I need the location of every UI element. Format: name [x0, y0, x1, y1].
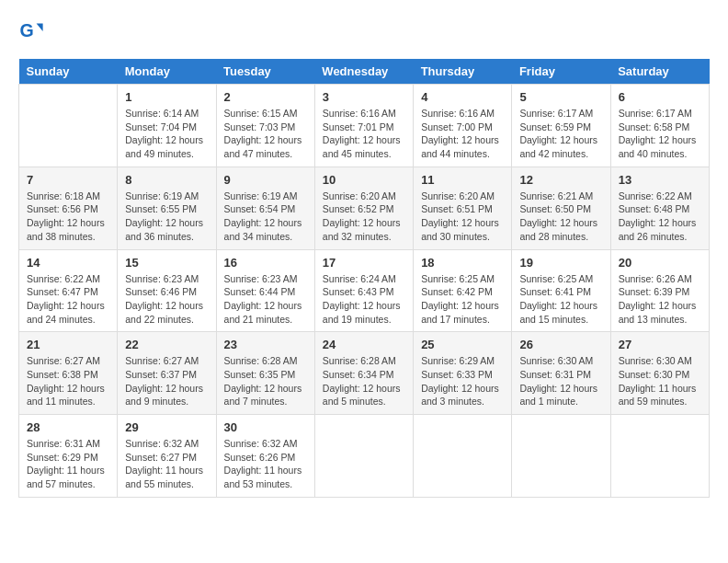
day-number: 28	[27, 420, 109, 434]
day-number: 23	[224, 338, 307, 351]
day-info: Sunrise: 6:19 AM Sunset: 6:54 PM Dayligh…	[224, 190, 307, 244]
day-info: Sunrise: 6:23 AM Sunset: 6:44 PM Dayligh…	[224, 272, 307, 327]
calendar-cell: 27Sunrise: 6:30 AM Sunset: 6:30 PM Dayli…	[610, 332, 709, 415]
svg-marker-1	[37, 24, 43, 31]
day-number: 13	[619, 173, 701, 187]
day-info: Sunrise: 6:22 AM Sunset: 6:47 PM Dayligh…	[27, 272, 109, 327]
day-number: 29	[125, 420, 208, 434]
calendar-week-row: 1Sunrise: 6:14 AM Sunset: 7:04 PM Daylig…	[19, 85, 710, 167]
day-number: 2	[224, 90, 307, 104]
calendar-week-row: 21Sunrise: 6:27 AM Sunset: 6:38 PM Dayli…	[19, 332, 710, 415]
day-number: 24	[323, 338, 405, 351]
calendar-cell: 6Sunrise: 6:17 AM Sunset: 6:58 PM Daylig…	[610, 85, 709, 167]
calendar-cell: 11Sunrise: 6:20 AM Sunset: 6:51 PM Dayli…	[414, 167, 512, 249]
calendar-cell: 1Sunrise: 6:14 AM Sunset: 7:04 PM Daylig…	[118, 85, 216, 167]
day-info: Sunrise: 6:25 AM Sunset: 6:42 PM Dayligh…	[421, 272, 504, 327]
calendar-cell: 17Sunrise: 6:24 AM Sunset: 6:43 PM Dayli…	[314, 249, 413, 332]
day-number: 21	[27, 338, 109, 351]
day-info: Sunrise: 6:27 AM Sunset: 6:37 PM Dayligh…	[125, 354, 208, 408]
calendar-week-row: 7Sunrise: 6:18 AM Sunset: 6:56 PM Daylig…	[19, 167, 710, 249]
day-of-week-header: Friday	[512, 59, 610, 85]
day-of-week-header: Monday	[118, 59, 216, 85]
day-info: Sunrise: 6:30 AM Sunset: 6:30 PM Dayligh…	[619, 354, 701, 408]
calendar-cell: 14Sunrise: 6:22 AM Sunset: 6:47 PM Dayli…	[19, 249, 118, 332]
day-of-week-header: Tuesday	[216, 59, 314, 85]
svg-text:G: G	[19, 20, 33, 40]
day-number: 19	[519, 256, 602, 270]
day-info: Sunrise: 6:23 AM Sunset: 6:46 PM Dayligh…	[125, 272, 208, 327]
calendar-cell	[512, 415, 610, 498]
calendar-cell: 30Sunrise: 6:32 AM Sunset: 6:26 PM Dayli…	[216, 415, 314, 498]
calendar-cell: 29Sunrise: 6:32 AM Sunset: 6:27 PM Dayli…	[118, 415, 216, 498]
day-number: 17	[323, 256, 405, 270]
calendar-cell: 7Sunrise: 6:18 AM Sunset: 6:56 PM Daylig…	[19, 167, 118, 249]
calendar-header-row: SundayMondayTuesdayWednesdayThursdayFrid…	[19, 59, 710, 85]
day-info: Sunrise: 6:20 AM Sunset: 6:51 PM Dayligh…	[421, 190, 504, 244]
day-info: Sunrise: 6:16 AM Sunset: 7:01 PM Dayligh…	[323, 107, 405, 161]
day-info: Sunrise: 6:20 AM Sunset: 6:52 PM Dayligh…	[323, 190, 405, 244]
calendar-cell	[19, 85, 118, 167]
calendar-cell: 28Sunrise: 6:31 AM Sunset: 6:29 PM Dayli…	[19, 415, 118, 498]
day-info: Sunrise: 6:27 AM Sunset: 6:38 PM Dayligh…	[27, 354, 109, 408]
day-number: 5	[519, 90, 602, 104]
day-info: Sunrise: 6:29 AM Sunset: 6:33 PM Dayligh…	[421, 354, 504, 408]
calendar-cell: 21Sunrise: 6:27 AM Sunset: 6:38 PM Dayli…	[19, 332, 118, 415]
day-info: Sunrise: 6:28 AM Sunset: 6:34 PM Dayligh…	[323, 354, 405, 408]
day-number: 3	[323, 90, 405, 104]
calendar-cell: 23Sunrise: 6:28 AM Sunset: 6:35 PM Dayli…	[216, 332, 314, 415]
calendar-cell: 2Sunrise: 6:15 AM Sunset: 7:03 PM Daylig…	[216, 85, 314, 167]
logo-icon: G	[18, 18, 44, 44]
day-info: Sunrise: 6:24 AM Sunset: 6:43 PM Dayligh…	[323, 272, 405, 327]
day-number: 11	[421, 173, 504, 187]
calendar-table: SundayMondayTuesdayWednesdayThursdayFrid…	[18, 59, 710, 498]
day-number: 8	[125, 173, 208, 187]
day-info: Sunrise: 6:19 AM Sunset: 6:55 PM Dayligh…	[125, 190, 208, 244]
day-number: 12	[519, 173, 602, 187]
day-info: Sunrise: 6:18 AM Sunset: 6:56 PM Dayligh…	[27, 190, 109, 244]
calendar-cell: 19Sunrise: 6:25 AM Sunset: 6:41 PM Dayli…	[512, 249, 610, 332]
calendar-cell	[414, 415, 512, 498]
day-info: Sunrise: 6:16 AM Sunset: 7:00 PM Dayligh…	[421, 107, 504, 161]
day-number: 25	[421, 338, 504, 351]
calendar-cell: 4Sunrise: 6:16 AM Sunset: 7:00 PM Daylig…	[414, 85, 512, 167]
day-number: 20	[619, 256, 701, 270]
day-info: Sunrise: 6:31 AM Sunset: 6:29 PM Dayligh…	[27, 437, 109, 491]
calendar-cell: 25Sunrise: 6:29 AM Sunset: 6:33 PM Dayli…	[414, 332, 512, 415]
calendar-cell: 26Sunrise: 6:30 AM Sunset: 6:31 PM Dayli…	[512, 332, 610, 415]
day-number: 1	[125, 90, 208, 104]
day-of-week-header: Sunday	[19, 59, 118, 85]
day-number: 14	[27, 256, 109, 270]
day-number: 9	[224, 173, 307, 187]
day-info: Sunrise: 6:25 AM Sunset: 6:41 PM Dayligh…	[519, 272, 602, 327]
calendar-cell: 3Sunrise: 6:16 AM Sunset: 7:01 PM Daylig…	[314, 85, 413, 167]
day-number: 16	[224, 256, 307, 270]
day-info: Sunrise: 6:32 AM Sunset: 6:26 PM Dayligh…	[224, 437, 307, 491]
day-number: 6	[619, 90, 701, 104]
calendar-cell: 22Sunrise: 6:27 AM Sunset: 6:37 PM Dayli…	[118, 332, 216, 415]
logo: G	[18, 18, 48, 44]
day-info: Sunrise: 6:14 AM Sunset: 7:04 PM Dayligh…	[125, 107, 208, 161]
day-info: Sunrise: 6:17 AM Sunset: 6:59 PM Dayligh…	[519, 107, 602, 161]
calendar-cell: 16Sunrise: 6:23 AM Sunset: 6:44 PM Dayli…	[216, 249, 314, 332]
calendar-cell: 9Sunrise: 6:19 AM Sunset: 6:54 PM Daylig…	[216, 167, 314, 249]
calendar-cell: 5Sunrise: 6:17 AM Sunset: 6:59 PM Daylig…	[512, 85, 610, 167]
day-info: Sunrise: 6:30 AM Sunset: 6:31 PM Dayligh…	[519, 354, 602, 408]
day-info: Sunrise: 6:15 AM Sunset: 7:03 PM Dayligh…	[224, 107, 307, 161]
day-number: 7	[27, 173, 109, 187]
calendar-cell: 12Sunrise: 6:21 AM Sunset: 6:50 PM Dayli…	[512, 167, 610, 249]
calendar-week-row: 14Sunrise: 6:22 AM Sunset: 6:47 PM Dayli…	[19, 249, 710, 332]
calendar-cell: 10Sunrise: 6:20 AM Sunset: 6:52 PM Dayli…	[314, 167, 413, 249]
calendar-cell: 15Sunrise: 6:23 AM Sunset: 6:46 PM Dayli…	[118, 249, 216, 332]
day-number: 27	[619, 338, 701, 351]
calendar-cell	[314, 415, 413, 498]
day-info: Sunrise: 6:26 AM Sunset: 6:39 PM Dayligh…	[619, 272, 701, 327]
calendar-cell	[610, 415, 709, 498]
calendar-cell: 8Sunrise: 6:19 AM Sunset: 6:55 PM Daylig…	[118, 167, 216, 249]
day-info: Sunrise: 6:28 AM Sunset: 6:35 PM Dayligh…	[224, 354, 307, 408]
day-of-week-header: Thursday	[414, 59, 512, 85]
day-number: 18	[421, 256, 504, 270]
day-info: Sunrise: 6:32 AM Sunset: 6:27 PM Dayligh…	[125, 437, 208, 491]
calendar-cell: 18Sunrise: 6:25 AM Sunset: 6:42 PM Dayli…	[414, 249, 512, 332]
day-info: Sunrise: 6:21 AM Sunset: 6:50 PM Dayligh…	[519, 190, 602, 244]
day-of-week-header: Saturday	[610, 59, 709, 85]
